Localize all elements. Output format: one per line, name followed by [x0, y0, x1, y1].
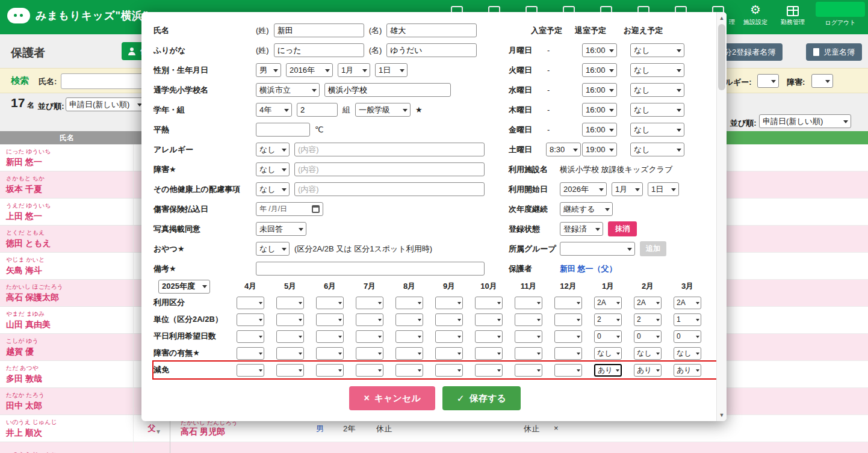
temperature-input[interactable] — [256, 123, 310, 137]
exit-time-select-5[interactable]: 19:00 — [582, 143, 617, 156]
entry-time-select-5[interactable]: 8:30 — [546, 143, 581, 156]
grid-r0c7-select[interactable] — [515, 297, 542, 309]
exit-time-select-1[interactable]: 16:00 — [582, 63, 617, 77]
grid-r0c10-select[interactable]: 2A — [634, 297, 662, 309]
grid-year-select[interactable]: 2025年度 — [158, 280, 210, 294]
grid-r1c7-select[interactable] — [515, 313, 542, 326]
grid-r3c7-select[interactable] — [515, 347, 542, 360]
birth-month-select[interactable]: 1月 — [338, 63, 370, 77]
grid-r4c3-select[interactable] — [356, 364, 383, 377]
group-select[interactable] — [560, 242, 635, 256]
search-name-input[interactable] — [61, 73, 150, 89]
grid-r0c11-select[interactable]: 2A — [674, 297, 701, 309]
remarks-input[interactable] — [256, 262, 485, 276]
grid-r2c0-select[interactable] — [237, 330, 264, 343]
grid-r4c1-select[interactable] — [276, 364, 304, 377]
grid-r2c6-select[interactable] — [475, 330, 503, 343]
children-roster-button[interactable]: 児童名簿 — [806, 43, 862, 61]
add-group-button[interactable]: 追加 — [640, 241, 666, 256]
grid-r3c5-select[interactable] — [435, 347, 463, 360]
grid-r3c8-select[interactable] — [554, 347, 582, 360]
grid-r4c4-select[interactable] — [395, 364, 423, 377]
grid-r2c9-select[interactable]: 0 — [594, 330, 622, 343]
snack-select[interactable]: なし — [256, 242, 290, 256]
grid-r2c1-select[interactable] — [276, 330, 304, 343]
pickup-select-1[interactable]: なし — [630, 63, 684, 77]
sort-select-left[interactable]: 申請日(新しい順) — [66, 97, 145, 111]
filter-disability-select[interactable] — [811, 74, 833, 88]
next-year-select[interactable]: 継続する — [560, 202, 613, 216]
grid-r1c1-select[interactable] — [276, 313, 304, 326]
disability-detail-input[interactable] — [294, 162, 485, 176]
start-month-select[interactable]: 1月 — [612, 182, 643, 196]
health-note-detail-input[interactable] — [294, 182, 485, 196]
grid-r3c1-select[interactable] — [276, 347, 304, 360]
class-number-input[interactable] — [297, 103, 338, 117]
grid-r0c2-select[interactable] — [316, 297, 344, 309]
grid-r3c4-select[interactable] — [395, 347, 423, 360]
birth-year-select[interactable]: 2016年 — [286, 63, 333, 77]
filter-allergy-select[interactable] — [757, 74, 779, 88]
save-button[interactable]: ✓ 保存する — [442, 386, 521, 410]
grid-r2c11-select[interactable]: 0 — [674, 330, 701, 343]
scroll-down-icon[interactable]: ▼ — [717, 410, 727, 420]
grid-r4c10-select[interactable]: あり — [634, 364, 662, 377]
exit-time-select-3[interactable]: 16:00 — [582, 103, 617, 117]
erase-button[interactable]: 抹消 — [608, 221, 637, 236]
grid-r1c10-select[interactable]: 2 — [634, 313, 662, 326]
grid-r3c10-select[interactable]: なし — [634, 347, 662, 360]
grid-r3c0-select[interactable] — [237, 347, 264, 360]
scroll-up-icon[interactable]: ▲ — [717, 13, 727, 23]
cancel-button[interactable]: × キャンセル — [349, 386, 435, 410]
photo-consent-select[interactable]: 未回答 — [256, 222, 306, 236]
grid-r4c6-select[interactable] — [475, 364, 503, 377]
start-year-select[interactable]: 2026年 — [560, 182, 607, 196]
grid-r2c2-select[interactable] — [316, 330, 344, 343]
school-city-select[interactable]: 横浜市立 — [256, 83, 320, 97]
allergy-select[interactable]: なし — [256, 143, 290, 156]
grid-r1c11-select[interactable]: 1 — [674, 313, 701, 326]
grid-r3c3-select[interactable] — [356, 347, 383, 360]
grid-r4c7-select[interactable] — [515, 364, 542, 377]
exit-time-select-4[interactable]: 16:00 — [582, 123, 617, 137]
kana-sei-input[interactable] — [274, 43, 364, 57]
guardian-row[interactable]: いのうえ じゅんこ — [0, 442, 170, 453]
grid-r1c0-select[interactable] — [237, 313, 264, 326]
grid-r1c2-select[interactable] — [316, 313, 344, 326]
grid-r1c3-select[interactable] — [356, 313, 383, 326]
disability-select[interactable]: なし — [256, 162, 290, 176]
grid-r1c4-select[interactable] — [395, 313, 423, 326]
grid-r2c10-select[interactable]: 0 — [634, 330, 662, 343]
grid-r1c8-select[interactable] — [554, 313, 582, 326]
grid-r0c8-select[interactable] — [554, 297, 582, 309]
grid-r1c9-select[interactable]: 2 — [594, 313, 622, 326]
sort-select-right[interactable]: 申請日(新しい順) — [759, 114, 851, 128]
grid-r3c9-select[interactable]: なし — [594, 347, 622, 360]
gender-select[interactable]: 男 — [256, 63, 281, 77]
grid-r2c3-select[interactable] — [356, 330, 383, 343]
school-name-input[interactable] — [324, 83, 451, 97]
pickup-select-0[interactable]: なし — [630, 43, 684, 57]
logout-button[interactable]: ログアウト — [814, 2, 866, 27]
grid-r1c6-select[interactable] — [475, 313, 503, 326]
birth-day-select[interactable]: 1日 — [375, 63, 408, 77]
pickup-select-5[interactable]: なし — [630, 143, 684, 156]
grid-r4c0-select[interactable] — [237, 364, 264, 377]
kana-mei-input[interactable] — [386, 43, 477, 57]
class-type-select[interactable]: 一般学級 — [355, 103, 411, 117]
grid-r3c11-select[interactable]: なし — [674, 347, 701, 360]
pickup-select-4[interactable]: なし — [630, 123, 684, 137]
grid-r0c5-select[interactable] — [435, 297, 463, 309]
health-note-select[interactable]: なし — [256, 182, 290, 196]
grid-r3c6-select[interactable] — [475, 347, 503, 360]
child-sei-input[interactable] — [274, 23, 364, 37]
grid-r0c6-select[interactable] — [475, 297, 503, 309]
grid-r4c11-select[interactable]: あり — [674, 364, 701, 377]
grid-r0c0-select[interactable] — [237, 297, 264, 309]
start-day-select[interactable]: 1日 — [648, 182, 679, 196]
child-row[interactable] — [170, 442, 868, 453]
grid-r4c5-select[interactable] — [435, 364, 463, 377]
scrollbar-thumb[interactable] — [718, 24, 725, 90]
grid-r4c9-select[interactable]: あり — [594, 364, 622, 377]
grid-r0c3-select[interactable] — [356, 297, 383, 309]
